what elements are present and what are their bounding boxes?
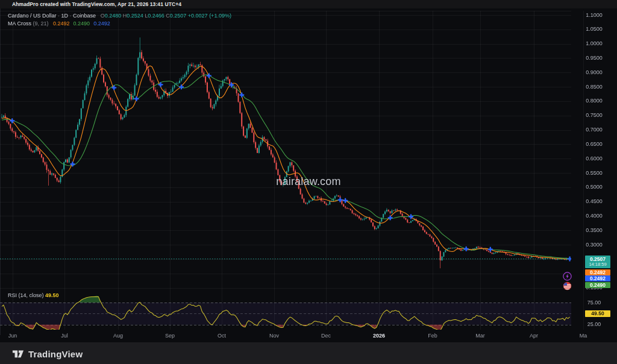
exchange-label: Coinbase (73, 13, 96, 19)
indicator-value: 0.2492 (53, 20, 70, 27)
time-tick-label: Ma (580, 332, 587, 340)
tradingview-wordmark: TradingView (28, 349, 83, 359)
time-tick-label: Dec (321, 332, 331, 340)
bar-countdown: 14:18:59 (585, 262, 610, 268)
last-price-badge: 0.2507 14:18:59 (585, 256, 610, 268)
footer: TradingView (0, 342, 617, 364)
price-tick-label: 0.8500 (574, 84, 615, 90)
watermark: nairalaw.com (0, 175, 617, 188)
us-flag-event-icon[interactable] (563, 281, 572, 290)
legend-separator2: · (68, 13, 73, 19)
rsi-value: 49.50 (45, 292, 59, 298)
tradingview-brand[interactable]: TradingView (12, 348, 83, 360)
ma-fast-badge: 0.2492 (585, 269, 610, 275)
indicator-name: MA Cross (8, 20, 31, 27)
price-tick-label: 0.9500 (574, 55, 615, 61)
time-tick-label: Apr (530, 332, 538, 340)
ohlc-item: C0.2507 (166, 13, 188, 19)
price-tick-label: 0.3500 (574, 227, 615, 234)
attribution-bar: AhmadPro created with TradingView.com, A… (0, 0, 617, 8)
price-tick-label: 0.5500 (574, 170, 615, 177)
rsi-tick-label: 75.00 (574, 300, 615, 306)
tradingview-logo-icon (12, 348, 24, 360)
price-tick-label: 0.6500 (574, 141, 615, 148)
time-tick-label: Feb (428, 332, 437, 340)
symbol-legend-row[interactable]: Cardano / US Dollar · 1D · Coinbase O0.2… (8, 12, 231, 20)
price-tick-label: 0.7000 (574, 127, 615, 133)
time-tick-label: Nov (269, 332, 279, 340)
indicator-value: 0.2490 (74, 20, 90, 27)
rsi-tick-label: 25.00 (574, 321, 615, 328)
price-tick-label: 0.8000 (574, 98, 615, 104)
time-tick-label: Jun (8, 332, 17, 340)
chart-legend: Cardano / US Dollar · 1D · Coinbase O0.2… (8, 12, 231, 27)
lightning-bubble-icon[interactable] (563, 272, 572, 281)
price-tick-label: 0.9000 (574, 69, 615, 76)
price-tick-label: 0.4500 (574, 198, 615, 205)
attribution-text: AhmadPro created with TradingView.com, A… (12, 1, 181, 7)
ohlc-values: O0.2480 H0.2524 L0.2466 C0.2507 (101, 13, 188, 19)
time-tick-label: Mar (475, 332, 485, 340)
time-tick-label: Aug (113, 332, 123, 340)
ohlc-item: H0.2524 (123, 13, 145, 19)
price-tick-label: 1.1000 (574, 12, 615, 19)
tradingview-snapshot: AhmadPro created with TradingView.com, A… (0, 0, 617, 364)
time-tick-label: Jul (61, 332, 68, 340)
rsi-legend[interactable]: RSI (14, close) 49.50 (8, 292, 59, 298)
price-tick-label: 1.0000 (574, 40, 615, 47)
rsi-value-badge: 49.50 (585, 310, 610, 317)
price-tick-label: 0.7500 (574, 112, 615, 119)
price-tick-label: 1.0500 (574, 26, 615, 33)
time-tick-label: 2026 (373, 332, 385, 340)
ma-slow-badge: 0.2490 (585, 282, 610, 288)
time-tick-label: Oct (218, 332, 226, 340)
ohlc-item: L0.2466 (145, 13, 166, 19)
price-tick-label: 0.6000 (574, 155, 615, 162)
indicator-values: 0.24920.24900.2492 (53, 20, 114, 27)
indicator-args: (9, 21) (33, 20, 49, 27)
timeframe-label: 1D (61, 13, 69, 19)
ohlc-item: O0.2480 (101, 13, 123, 19)
symbol-name: Cardano / US Dollar (8, 13, 57, 19)
change-value: +0.0027 (+1.09%) (188, 13, 231, 19)
rsi-label: RSI (14, close) (8, 292, 44, 298)
time-tick-label: Sep (165, 332, 175, 340)
ma-cross-badge: 0.2492 (585, 275, 610, 281)
price-tick-label: 0.3000 (574, 242, 615, 248)
indicator-legend-row[interactable]: MA Cross (9, 21) 0.24920.24900.2492 (8, 20, 231, 28)
price-tick-label: 0.5000 (574, 184, 615, 190)
pane-top-hairline (0, 11, 571, 11)
indicator-value: 0.2492 (93, 20, 110, 27)
price-tick-label: 0.4000 (574, 213, 615, 219)
